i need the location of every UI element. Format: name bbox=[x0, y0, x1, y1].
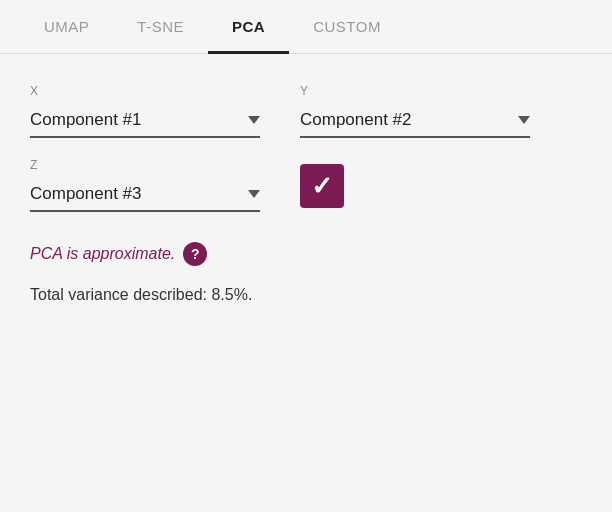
x-select[interactable]: Component #1 bbox=[30, 104, 260, 138]
pca-approx-text: PCA is approximate. bbox=[30, 245, 175, 263]
checkmark-icon: ✓ bbox=[311, 173, 333, 199]
y-select-value: Component #2 bbox=[300, 110, 510, 130]
pca-approx-row: PCA is approximate. ? bbox=[30, 242, 582, 266]
variance-row: Total variance described: 8.5%. bbox=[30, 286, 582, 304]
xy-row: X Component #1 Y Component #2 bbox=[30, 84, 582, 138]
app-container: UMAP T-SNE PCA CUSTOM X Component #1 Y bbox=[0, 0, 612, 512]
x-field-group: X Component #1 bbox=[30, 84, 260, 138]
z-checkbox[interactable]: ✓ bbox=[300, 164, 344, 208]
tab-custom[interactable]: CUSTOM bbox=[289, 0, 405, 53]
tab-bar: UMAP T-SNE PCA CUSTOM bbox=[0, 0, 612, 54]
x-label: X bbox=[30, 84, 260, 98]
z-row: Z Component #3 ✓ bbox=[30, 158, 582, 212]
z-select[interactable]: Component #3 bbox=[30, 178, 260, 212]
variance-text: Total variance described: 8.5%. bbox=[30, 286, 252, 303]
z-label: Z bbox=[30, 158, 260, 172]
z-select-value: Component #3 bbox=[30, 184, 240, 204]
pca-content: X Component #1 Y Component #2 Z Componen… bbox=[0, 54, 612, 324]
y-label: Y bbox=[300, 84, 530, 98]
z-field-group: Z Component #3 bbox=[30, 158, 260, 212]
y-select[interactable]: Component #2 bbox=[300, 104, 530, 138]
tab-tsne[interactable]: T-SNE bbox=[113, 0, 208, 53]
x-select-value: Component #1 bbox=[30, 110, 240, 130]
help-icon[interactable]: ? bbox=[183, 242, 207, 266]
z-chevron-down-icon bbox=[248, 190, 260, 198]
tab-umap[interactable]: UMAP bbox=[20, 0, 113, 53]
y-field-group: Y Component #2 bbox=[300, 84, 530, 138]
tab-pca[interactable]: PCA bbox=[208, 0, 289, 53]
y-chevron-down-icon bbox=[518, 116, 530, 124]
x-chevron-down-icon bbox=[248, 116, 260, 124]
